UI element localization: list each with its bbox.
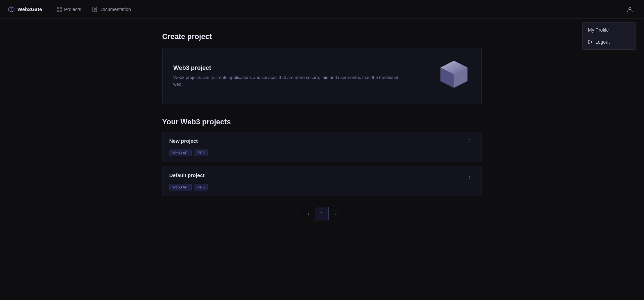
create-project-card[interactable]: Web3 project Web3 projects aim to create… — [162, 48, 482, 104]
card-content: Web3 project Web3 projects aim to create… — [173, 65, 430, 87]
documentation-icon — [92, 7, 97, 12]
svg-rect-0 — [57, 7, 59, 9]
tag-web3api-default: Web3 API — [169, 184, 192, 190]
tag-ipfs-default: IPFS — [194, 184, 208, 190]
project-header-default: Default project ⋮ — [169, 172, 475, 180]
tag-web3api-new: Web3 API — [169, 149, 192, 156]
project-name-default: Default project — [169, 172, 204, 178]
prev-icon: ‹ — [308, 211, 309, 216]
svg-rect-3 — [60, 10, 62, 12]
dropdown-logout[interactable]: Logout — [583, 36, 636, 48]
pagination: ‹ 1 › — [162, 207, 482, 220]
project-card-default[interactable]: Default project ⋮ Web3 API IPFS — [162, 166, 482, 196]
create-project-title: Create project — [162, 32, 482, 41]
nav-documentation-label: Documentation — [99, 7, 131, 12]
logout-icon — [588, 40, 593, 44]
projects-icon — [57, 7, 62, 12]
brand-icon — [8, 6, 15, 13]
project-name-new: New project — [169, 138, 198, 144]
project-card-new[interactable]: New project ⋮ Web3 API IPFS — [162, 132, 482, 162]
pagination-page-1[interactable]: 1 — [315, 207, 329, 220]
project-tags-default: Web3 API IPFS — [169, 184, 475, 190]
dropdown-my-profile[interactable]: My Profile — [583, 24, 636, 36]
svg-rect-2 — [57, 10, 59, 12]
cube-graphic — [437, 57, 471, 94]
next-icon: › — [334, 211, 336, 216]
main-content: Create project Web3 project Web3 project… — [154, 19, 490, 234]
project-menu-button-new[interactable]: ⋮ — [465, 138, 475, 145]
project-header-new: New project ⋮ — [169, 138, 475, 145]
brand-logo[interactable]: Web3Gate — [8, 6, 42, 13]
profile-dropdown: My Profile Logout — [582, 22, 636, 50]
brand-label: Web3Gate — [17, 6, 42, 12]
nav-projects-label: Projects — [64, 7, 81, 12]
nav-links: Projects Documentation — [53, 5, 135, 14]
card-title: Web3 project — [173, 65, 430, 72]
nav-link-documentation[interactable]: Documentation — [88, 5, 135, 14]
pagination-prev[interactable]: ‹ — [302, 207, 315, 220]
page-1-label: 1 — [321, 211, 323, 216]
svg-rect-1 — [60, 7, 62, 9]
your-projects-title: Your Web3 projects — [162, 118, 482, 126]
navbar-right: My Profile Logout — [624, 3, 636, 15]
user-icon — [627, 6, 633, 13]
pagination-next[interactable]: › — [329, 207, 342, 220]
logout-label: Logout — [595, 39, 610, 45]
tag-ipfs-new: IPFS — [194, 149, 208, 156]
navbar: Web3Gate Projects Documentation — [0, 0, 644, 19]
project-menu-button-default[interactable]: ⋮ — [465, 172, 475, 180]
my-profile-label: My Profile — [588, 27, 609, 33]
project-tags-new: Web3 API IPFS — [169, 149, 475, 156]
nav-link-projects[interactable]: Projects — [53, 5, 85, 14]
cube-svg — [437, 57, 471, 94]
card-description: Web3 projects aim to create applications… — [173, 74, 402, 87]
profile-button[interactable] — [624, 3, 636, 15]
